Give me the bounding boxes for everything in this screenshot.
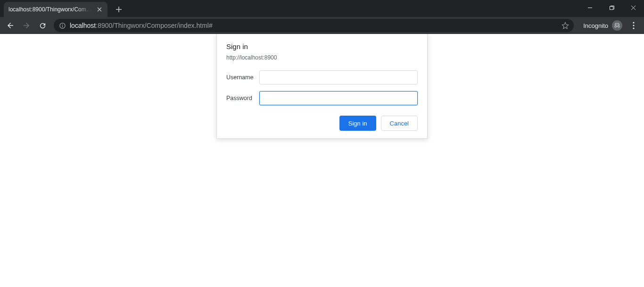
site-info-icon[interactable] xyxy=(58,22,66,29)
svg-rect-3 xyxy=(62,24,62,24)
nav-reload-button[interactable] xyxy=(36,19,49,32)
new-tab-button[interactable] xyxy=(112,3,125,16)
signin-button[interactable]: Sign in xyxy=(339,116,376,131)
address-bar[interactable]: localhost:8900/Thingworx/Composer/index.… xyxy=(54,19,574,32)
tab-strip: localhost:8900/Thingworx/Composer/ xyxy=(0,0,644,17)
window-controls xyxy=(579,0,644,15)
incognito-label: Incognito xyxy=(583,22,608,29)
browser-menu-button[interactable] xyxy=(627,19,640,32)
username-input[interactable] xyxy=(259,70,418,84)
window-close-button[interactable] xyxy=(622,0,644,15)
dialog-origin: http://localhost:8900 xyxy=(226,54,418,61)
svg-rect-2 xyxy=(62,25,62,27)
url-text: localhost:8900/Thingworx/Composer/index.… xyxy=(70,22,558,29)
svg-point-4 xyxy=(633,22,634,23)
svg-point-5 xyxy=(633,25,634,26)
tab-close-icon[interactable] xyxy=(96,6,103,13)
password-label: Password xyxy=(226,95,259,101)
tab-title: localhost:8900/Thingworx/Composer/ xyxy=(8,6,93,13)
window-maximize-button[interactable] xyxy=(601,0,622,15)
url-path: :8900/Thingworx/Composer/index.html# xyxy=(96,22,212,29)
http-auth-dialog: Sign in http://localhost:8900 Username P… xyxy=(216,34,428,139)
page-content: Sign in http://localhost:8900 Username P… xyxy=(0,34,644,287)
incognito-icon xyxy=(612,20,622,31)
incognito-indicator: Incognito xyxy=(583,20,622,31)
nav-forward-button[interactable] xyxy=(20,19,33,32)
url-host: localhost xyxy=(70,22,96,29)
window-minimize-button[interactable] xyxy=(579,0,601,15)
dialog-title: Sign in xyxy=(226,42,418,51)
username-label: Username xyxy=(226,74,259,81)
cancel-button[interactable]: Cancel xyxy=(381,116,418,131)
browser-toolbar: localhost:8900/Thingworx/Composer/index.… xyxy=(0,17,644,34)
password-input[interactable] xyxy=(259,91,418,105)
nav-back-button[interactable] xyxy=(4,19,17,32)
browser-tab[interactable]: localhost:8900/Thingworx/Composer/ xyxy=(4,2,107,17)
bookmark-star-icon[interactable] xyxy=(561,22,569,29)
svg-rect-0 xyxy=(610,6,613,9)
svg-point-6 xyxy=(633,27,634,29)
